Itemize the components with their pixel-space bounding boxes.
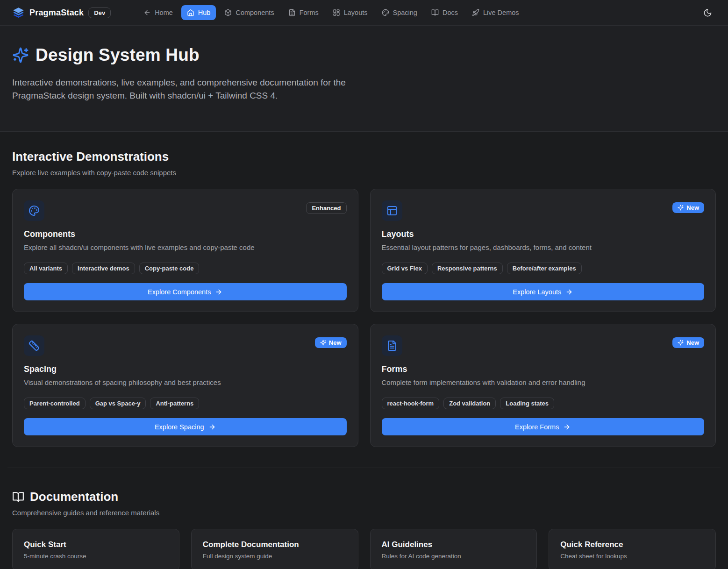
tag: All variants [24, 263, 68, 274]
top-navigation: PragmaStack Dev Home Hub Components Fo [0, 0, 728, 26]
card-description: Essential layout patterns for pages, das… [382, 243, 705, 251]
card-title: Forms [382, 364, 705, 374]
tag: Anti-patterns [150, 398, 199, 409]
doc-card-complete-documentation[interactable]: Complete Documentation Full design syste… [191, 529, 358, 569]
page-title: Design System Hub [36, 45, 200, 65]
tag: Interactive demos [72, 263, 135, 274]
demo-card-forms: New Forms Complete form implementations … [370, 324, 716, 447]
tag: Parent-controlled [24, 398, 86, 409]
explore-layouts-button[interactable]: Explore Layouts [382, 283, 705, 300]
house-icon [187, 9, 194, 16]
badge-label: New [686, 204, 699, 211]
sparkles-icon [12, 47, 29, 64]
ruler-icon [24, 335, 44, 356]
card-description: Explore all shadcn/ui components with li… [24, 243, 347, 251]
nav-item-docs[interactable]: Docs [426, 5, 464, 20]
nav-label-components: Components [236, 9, 274, 16]
arrow-right-icon [215, 288, 222, 296]
sparkles-icon [678, 205, 684, 211]
arrow-left-icon [143, 9, 151, 16]
page-subtitle: Interactive demonstrations, live example… [12, 76, 360, 102]
book-open-icon [431, 9, 439, 16]
status-badge-new: New [672, 337, 704, 348]
nav-label-hub: Hub [198, 9, 211, 16]
file-text-icon [382, 335, 402, 356]
card-title: Spacing [24, 364, 347, 374]
demos-heading: Interactive Demonstrations [12, 149, 716, 164]
doc-card-ai-guidelines[interactable]: AI Guidelines Rules for AI code generati… [370, 529, 537, 569]
nav-item-spacing[interactable]: Spacing [376, 5, 423, 20]
nav-label-spacing: Spacing [393, 9, 417, 16]
nav-label-live-demos: Live Demos [483, 9, 519, 16]
nav-items: Home Hub Components Forms Layouts [138, 5, 524, 20]
doc-card-title: Complete Documentation [203, 540, 347, 549]
panels-top-left-icon [382, 200, 402, 221]
nav-item-hub[interactable]: Hub [181, 5, 216, 20]
tag: Copy-paste code [139, 263, 200, 274]
nav-label-forms: Forms [300, 9, 319, 16]
doc-card-description: 5-minute crash course [24, 553, 168, 560]
badge-label: New [686, 339, 699, 346]
tag-row: Parent-controlled Gap vs Space-y Anti-pa… [24, 398, 347, 409]
env-badge: Dev [88, 7, 111, 18]
status-badge-new: New [672, 202, 704, 213]
tag: Gap vs Space-y [90, 398, 146, 409]
cta-label: Explore Layouts [513, 288, 561, 296]
sparkles-icon [320, 340, 326, 346]
palette-icon [24, 200, 44, 221]
nav-label-layouts: Layouts [344, 9, 368, 16]
layout-dashboard-icon [333, 9, 340, 16]
doc-card-title: AI Guidelines [382, 540, 526, 549]
tag-row: All variants Interactive demos Copy-past… [24, 263, 347, 274]
documentation-section: Documentation Comprehensive guides and r… [12, 468, 716, 569]
demos-subheading: Explore live examples with copy-paste co… [12, 169, 716, 177]
doc-card-description: Cheat sheet for lookups [560, 553, 704, 560]
moon-icon [703, 8, 712, 17]
tag: Grid vs Flex [382, 263, 428, 274]
doc-card-description: Rules for AI code generation [382, 553, 526, 560]
tag: Before/after examples [507, 263, 582, 274]
doc-card-title: Quick Start [24, 540, 168, 549]
status-badge-new: New [315, 337, 347, 348]
cta-label: Explore Spacing [155, 423, 204, 431]
nav-item-layouts[interactable]: Layouts [327, 5, 373, 20]
nav-item-live-demos[interactable]: Live Demos [466, 5, 525, 20]
demo-card-spacing: New Spacing Visual demonstrations of spa… [12, 324, 358, 447]
cta-label: Explore Forms [515, 423, 559, 431]
card-description: Complete form implementations with valid… [382, 378, 705, 386]
docs-heading: Documentation [30, 490, 118, 504]
explore-components-button[interactable]: Explore Components [24, 283, 347, 300]
arrow-right-icon [208, 423, 216, 431]
doc-card-title: Quick Reference [560, 540, 704, 549]
docs-subheading: Comprehensive guides and reference mater… [12, 509, 716, 517]
nav-label-home: Home [155, 9, 173, 16]
theme-toggle-button[interactable] [699, 5, 716, 21]
explore-spacing-button[interactable]: Explore Spacing [24, 418, 347, 435]
tag-row: react-hook-form Zod validation Loading s… [382, 398, 705, 409]
palette-icon [382, 9, 389, 16]
brand[interactable]: PragmaStack Dev [12, 7, 111, 19]
card-description: Visual demonstrations of spacing philoso… [24, 378, 347, 386]
tag: Loading states [500, 398, 554, 409]
doc-card-quick-reference[interactable]: Quick Reference Cheat sheet for lookups [549, 529, 716, 569]
status-badge-enhanced: Enhanced [306, 202, 346, 214]
sparkles-icon [678, 340, 684, 346]
nav-item-components[interactable]: Components [219, 5, 279, 20]
arrow-right-icon [563, 423, 571, 431]
rocket-icon [472, 9, 479, 16]
nav-label-docs: Docs [443, 9, 458, 16]
card-title: Components [24, 229, 347, 239]
badge-label: New [329, 339, 342, 346]
doc-card-quick-start[interactable]: Quick Start 5-minute crash course [12, 529, 179, 569]
nav-item-home[interactable]: Home [138, 5, 178, 20]
tag-row: Grid vs Flex Responsive patterns Before/… [382, 263, 705, 274]
nav-item-forms[interactable]: Forms [283, 5, 324, 20]
hero-section: Design System Hub Interactive demonstrat… [0, 26, 728, 132]
explore-forms-button[interactable]: Explore Forms [382, 418, 705, 435]
package-icon [224, 9, 232, 16]
tag: Zod validation [443, 398, 496, 409]
book-open-icon [12, 491, 24, 503]
tag: react-hook-form [382, 398, 440, 409]
doc-card-description: Full design system guide [203, 553, 347, 560]
card-title: Layouts [382, 229, 705, 239]
